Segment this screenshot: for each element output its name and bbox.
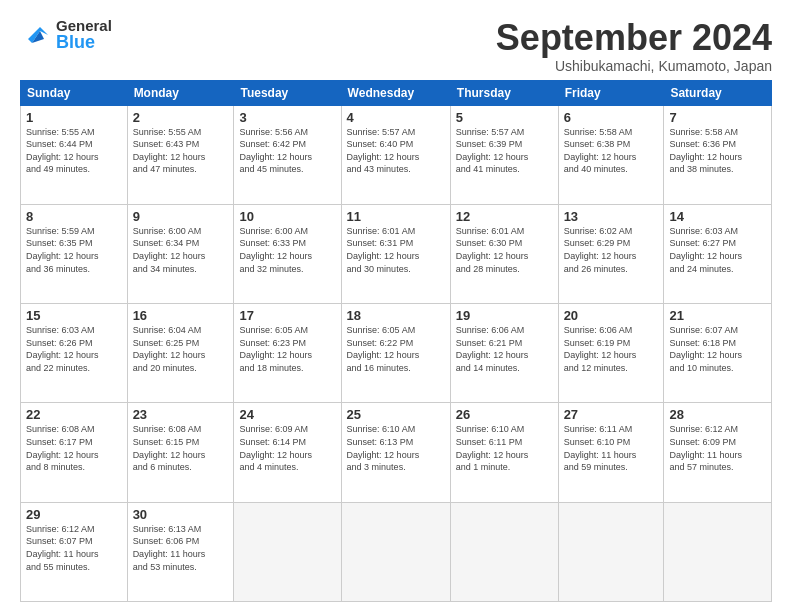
day-info: Sunrise: 6:11 AM Sunset: 6:10 PM Dayligh…	[564, 423, 659, 473]
weekday-header-friday: Friday	[558, 80, 664, 105]
day-info: Sunrise: 5:55 AM Sunset: 6:43 PM Dayligh…	[133, 126, 229, 176]
day-number: 25	[347, 407, 445, 422]
day-info: Sunrise: 6:01 AM Sunset: 6:30 PM Dayligh…	[456, 225, 553, 275]
day-number: 28	[669, 407, 766, 422]
calendar-cell: 26Sunrise: 6:10 AM Sunset: 6:11 PM Dayli…	[450, 403, 558, 502]
day-info: Sunrise: 6:03 AM Sunset: 6:26 PM Dayligh…	[26, 324, 122, 374]
calendar-cell: 5Sunrise: 5:57 AM Sunset: 6:39 PM Daylig…	[450, 105, 558, 204]
logo-blue-text: Blue	[56, 33, 112, 51]
calendar-cell: 25Sunrise: 6:10 AM Sunset: 6:13 PM Dayli…	[341, 403, 450, 502]
day-number: 3	[239, 110, 335, 125]
week-row-4: 22Sunrise: 6:08 AM Sunset: 6:17 PM Dayli…	[21, 403, 772, 502]
day-number: 6	[564, 110, 659, 125]
day-number: 29	[26, 507, 122, 522]
week-row-2: 8Sunrise: 5:59 AM Sunset: 6:35 PM Daylig…	[21, 204, 772, 303]
day-number: 7	[669, 110, 766, 125]
logo-name: General Blue	[56, 18, 112, 51]
day-info: Sunrise: 6:12 AM Sunset: 6:09 PM Dayligh…	[669, 423, 766, 473]
week-row-3: 15Sunrise: 6:03 AM Sunset: 6:26 PM Dayli…	[21, 304, 772, 403]
weekday-header-row: SundayMondayTuesdayWednesdayThursdayFrid…	[21, 80, 772, 105]
calendar-cell: 30Sunrise: 6:13 AM Sunset: 6:06 PM Dayli…	[127, 502, 234, 601]
weekday-header-sunday: Sunday	[21, 80, 128, 105]
logo: General Blue	[20, 18, 112, 51]
day-info: Sunrise: 6:07 AM Sunset: 6:18 PM Dayligh…	[669, 324, 766, 374]
day-info: Sunrise: 6:05 AM Sunset: 6:22 PM Dayligh…	[347, 324, 445, 374]
day-info: Sunrise: 6:00 AM Sunset: 6:34 PM Dayligh…	[133, 225, 229, 275]
day-number: 20	[564, 308, 659, 323]
weekday-header-tuesday: Tuesday	[234, 80, 341, 105]
calendar-cell: 28Sunrise: 6:12 AM Sunset: 6:09 PM Dayli…	[664, 403, 772, 502]
day-info: Sunrise: 6:05 AM Sunset: 6:23 PM Dayligh…	[239, 324, 335, 374]
page: General Blue September 2024 Ushibukamach…	[0, 0, 792, 612]
day-info: Sunrise: 5:59 AM Sunset: 6:35 PM Dayligh…	[26, 225, 122, 275]
day-number: 2	[133, 110, 229, 125]
weekday-header-thursday: Thursday	[450, 80, 558, 105]
week-row-5: 29Sunrise: 6:12 AM Sunset: 6:07 PM Dayli…	[21, 502, 772, 601]
calendar-cell	[558, 502, 664, 601]
calendar-table: SundayMondayTuesdayWednesdayThursdayFrid…	[20, 80, 772, 602]
calendar-cell	[234, 502, 341, 601]
day-number: 14	[669, 209, 766, 224]
day-number: 11	[347, 209, 445, 224]
calendar-cell: 27Sunrise: 6:11 AM Sunset: 6:10 PM Dayli…	[558, 403, 664, 502]
weekday-header-saturday: Saturday	[664, 80, 772, 105]
day-info: Sunrise: 6:10 AM Sunset: 6:13 PM Dayligh…	[347, 423, 445, 473]
day-info: Sunrise: 5:57 AM Sunset: 6:40 PM Dayligh…	[347, 126, 445, 176]
day-number: 24	[239, 407, 335, 422]
day-number: 8	[26, 209, 122, 224]
calendar-cell	[341, 502, 450, 601]
day-number: 5	[456, 110, 553, 125]
day-number: 12	[456, 209, 553, 224]
day-info: Sunrise: 6:01 AM Sunset: 6:31 PM Dayligh…	[347, 225, 445, 275]
day-info: Sunrise: 6:06 AM Sunset: 6:19 PM Dayligh…	[564, 324, 659, 374]
day-number: 30	[133, 507, 229, 522]
day-info: Sunrise: 6:12 AM Sunset: 6:07 PM Dayligh…	[26, 523, 122, 573]
calendar-cell: 13Sunrise: 6:02 AM Sunset: 6:29 PM Dayli…	[558, 204, 664, 303]
calendar-cell: 12Sunrise: 6:01 AM Sunset: 6:30 PM Dayli…	[450, 204, 558, 303]
calendar-cell: 14Sunrise: 6:03 AM Sunset: 6:27 PM Dayli…	[664, 204, 772, 303]
calendar-cell: 20Sunrise: 6:06 AM Sunset: 6:19 PM Dayli…	[558, 304, 664, 403]
day-info: Sunrise: 6:10 AM Sunset: 6:11 PM Dayligh…	[456, 423, 553, 473]
calendar-cell: 3Sunrise: 5:56 AM Sunset: 6:42 PM Daylig…	[234, 105, 341, 204]
day-info: Sunrise: 6:08 AM Sunset: 6:17 PM Dayligh…	[26, 423, 122, 473]
day-info: Sunrise: 5:58 AM Sunset: 6:36 PM Dayligh…	[669, 126, 766, 176]
day-info: Sunrise: 6:08 AM Sunset: 6:15 PM Dayligh…	[133, 423, 229, 473]
day-number: 27	[564, 407, 659, 422]
day-info: Sunrise: 5:58 AM Sunset: 6:38 PM Dayligh…	[564, 126, 659, 176]
calendar-cell: 19Sunrise: 6:06 AM Sunset: 6:21 PM Dayli…	[450, 304, 558, 403]
day-number: 21	[669, 308, 766, 323]
day-info: Sunrise: 6:02 AM Sunset: 6:29 PM Dayligh…	[564, 225, 659, 275]
day-info: Sunrise: 6:06 AM Sunset: 6:21 PM Dayligh…	[456, 324, 553, 374]
day-number: 13	[564, 209, 659, 224]
day-number: 9	[133, 209, 229, 224]
day-number: 19	[456, 308, 553, 323]
day-number: 10	[239, 209, 335, 224]
calendar-cell: 22Sunrise: 6:08 AM Sunset: 6:17 PM Dayli…	[21, 403, 128, 502]
calendar-cell: 29Sunrise: 6:12 AM Sunset: 6:07 PM Dayli…	[21, 502, 128, 601]
calendar-cell: 6Sunrise: 5:58 AM Sunset: 6:38 PM Daylig…	[558, 105, 664, 204]
day-number: 23	[133, 407, 229, 422]
day-number: 16	[133, 308, 229, 323]
calendar-cell: 11Sunrise: 6:01 AM Sunset: 6:31 PM Dayli…	[341, 204, 450, 303]
logo-general-text: General	[56, 18, 112, 33]
day-number: 4	[347, 110, 445, 125]
calendar-body: 1Sunrise: 5:55 AM Sunset: 6:44 PM Daylig…	[21, 105, 772, 601]
calendar-cell: 4Sunrise: 5:57 AM Sunset: 6:40 PM Daylig…	[341, 105, 450, 204]
calendar-cell: 1Sunrise: 5:55 AM Sunset: 6:44 PM Daylig…	[21, 105, 128, 204]
weekday-header-wednesday: Wednesday	[341, 80, 450, 105]
day-info: Sunrise: 6:04 AM Sunset: 6:25 PM Dayligh…	[133, 324, 229, 374]
calendar-cell: 8Sunrise: 5:59 AM Sunset: 6:35 PM Daylig…	[21, 204, 128, 303]
calendar-cell	[664, 502, 772, 601]
calendar-cell: 17Sunrise: 6:05 AM Sunset: 6:23 PM Dayli…	[234, 304, 341, 403]
calendar-cell: 2Sunrise: 5:55 AM Sunset: 6:43 PM Daylig…	[127, 105, 234, 204]
calendar-cell	[450, 502, 558, 601]
month-title: September 2024	[496, 18, 772, 58]
location: Ushibukamachi, Kumamoto, Japan	[496, 58, 772, 74]
week-row-1: 1Sunrise: 5:55 AM Sunset: 6:44 PM Daylig…	[21, 105, 772, 204]
logo-icon	[20, 19, 52, 51]
weekday-header-monday: Monday	[127, 80, 234, 105]
day-info: Sunrise: 5:55 AM Sunset: 6:44 PM Dayligh…	[26, 126, 122, 176]
day-number: 17	[239, 308, 335, 323]
day-info: Sunrise: 6:09 AM Sunset: 6:14 PM Dayligh…	[239, 423, 335, 473]
day-number: 18	[347, 308, 445, 323]
